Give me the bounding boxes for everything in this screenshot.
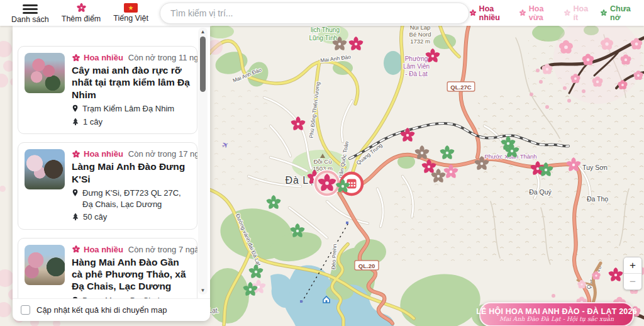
tree-icon	[72, 212, 79, 221]
days-remaining: Còn nở trong 11 ngày	[128, 53, 197, 62]
vietnam-flag-icon: ★	[124, 3, 138, 13]
days-remaining: Còn nở trong 7 ngày	[128, 245, 197, 254]
add-point-label: Thêm điểm	[62, 14, 101, 23]
list-item[interactable]: Hoa nhiều Còn nở trong 11 ngày Cây mai a…	[18, 46, 197, 134]
bloom-level-badge: Hoa nhiều	[84, 149, 123, 159]
map-label: 1732 m	[410, 38, 430, 45]
scroll-up-icon[interactable]: ▲	[198, 29, 208, 35]
flower-icon	[76, 3, 87, 13]
zoom-control: + −	[623, 257, 642, 290]
banner-title: LỄ HỘI HOA MAI ANH ĐÀO - ĐÀ LẠT 2026	[476, 307, 637, 316]
legend-item[interactable]: Hoa ít	[564, 4, 591, 22]
menu-label: Danh sách	[11, 15, 49, 24]
list-item[interactable]: Hoa nhiều Còn nở trong 7 ngày Hàng Mai A…	[18, 238, 197, 299]
bloom-level-badge: Hoa nhiều	[84, 245, 123, 254]
tree-count: 1 cây	[83, 116, 103, 128]
map-label: Lạt.	[209, 307, 219, 314]
results-list: Hoa nhiều Còn nở trong 11 ngày Cây mai a…	[13, 26, 197, 299]
scrollbar-thumb[interactable]	[200, 37, 206, 92]
legend-item[interactable]: Hoa nhiều	[469, 4, 509, 22]
map-label: lịch Thung	[311, 26, 340, 33]
card-title: Cây mai anh đào rực rỡ nhất tại trạm kiể…	[72, 64, 191, 101]
tree-count: 50 cây	[83, 211, 107, 223]
svg-text:QL.20: QL.20	[358, 262, 375, 269]
legend-item[interactable]: Chưa nở	[600, 4, 636, 22]
map-label: Tuy Sơn	[582, 164, 608, 171]
flower-icon	[72, 150, 80, 159]
road-ref-badge: QL.20	[355, 261, 379, 270]
location-pin-icon	[72, 104, 79, 113]
map-label: Đa Quý	[529, 188, 552, 196]
map-label: Lũng Tình	[309, 35, 338, 42]
flower-cluster-marker[interactable]	[314, 170, 340, 196]
menu-icon	[23, 3, 38, 14]
location-pin-icon	[72, 188, 79, 198]
card-title: Làng Mai Anh Đào Đưng K'Si	[72, 160, 191, 185]
festival-banner: LỄ HỘI HOA MAI ANH ĐÀO - ĐÀ LẠT 2026 Mai…	[479, 302, 634, 326]
flower-icon	[600, 8, 608, 18]
update-on-move-checkbox[interactable]	[21, 305, 30, 315]
update-on-move-row: Cập nhật kết quả khi di chuyển map	[13, 298, 210, 321]
card-photo	[25, 149, 65, 189]
bloom-legend: Hoa nhiềuHoa vừaHoa ítChưa nở	[469, 4, 644, 22]
zoom-in-button[interactable]: +	[624, 257, 641, 273]
scrollbar[interactable]: ▲ ▼	[198, 28, 208, 295]
card-photo	[25, 53, 65, 93]
banner-subtitle: Mai Anh Đào Đà Lạt - Hội tụ sắc xuân	[499, 315, 614, 322]
flower-icon	[72, 245, 80, 254]
legend-label: Hoa vừa	[529, 4, 554, 22]
map-label: Đa Thọ	[587, 195, 608, 203]
tree-icon	[72, 117, 79, 126]
flower-icon	[519, 8, 526, 18]
road-ref-badge: QL.27C	[447, 82, 475, 91]
map-label: Đèo Prenn	[330, 244, 338, 269]
map-label: Bé Nord	[409, 31, 431, 38]
legend-label: Chưa nở	[610, 4, 636, 22]
zoom-out-button[interactable]: −	[624, 274, 641, 289]
language-button[interactable]: ★ Tiếng Việt	[109, 2, 152, 24]
card-location: Trạm Kiểm Lâm Đạ Nhim	[82, 103, 174, 115]
svg-text:QL.27C: QL.27C	[450, 84, 471, 91]
search-input[interactable]	[160, 3, 469, 24]
days-remaining: Còn nở trong 17 ngày	[128, 149, 197, 159]
map-label: Phường	[405, 55, 428, 62]
add-point-button[interactable]: Thêm điểm	[58, 1, 105, 25]
sidebar-panel: Hoa nhiều Còn nở trong 11 ngày Cây mai a…	[13, 26, 210, 321]
flower-icon	[72, 53, 80, 62]
scroll-down-icon[interactable]: ▼	[198, 288, 208, 293]
top-bar: Danh sách Thêm điểm ★ Tiếng Việt Hoa nhi…	[0, 0, 644, 26]
map-label: Đồi Cù	[313, 158, 331, 165]
card-photo	[25, 245, 65, 285]
legend-label: Hoa ít	[574, 4, 591, 22]
flower-icon	[564, 8, 571, 18]
language-label: Tiếng Việt	[113, 14, 148, 23]
menu-button[interactable]: Danh sách	[8, 1, 53, 25]
update-on-move-label: Cập nhật kết quả khi di chuyển map	[36, 305, 167, 315]
map-label: Lâm Viên	[403, 63, 430, 70]
flower-icon	[469, 8, 477, 18]
bloom-level-badge: Hoa nhiều	[84, 53, 123, 62]
card-title: Hàng Mai Anh Đào Gần cà phê Phương Thảo,…	[72, 256, 191, 293]
map-label: - Đà Lạt	[405, 70, 428, 77]
legend-label: Hoa nhiều	[479, 4, 509, 22]
list-item[interactable]: Hoa nhiều Còn nở trong 17 ngày Làng Mai …	[18, 142, 197, 229]
card-location: Đưng K'Si, ĐT723 QL 27C, Đạ Chais, Lạc D…	[82, 188, 191, 210]
legend-item[interactable]: Hoa vừa	[519, 4, 554, 22]
app: ✈ QL.27CQL.20 Đà LạtĐồi Cù1503 mNúi LapB…	[0, 0, 644, 326]
